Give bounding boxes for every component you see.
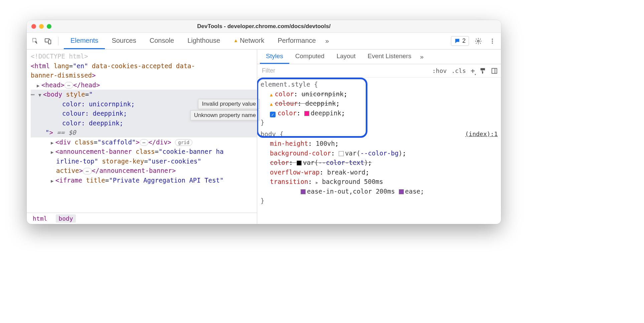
devtools-window: DevTools - developer.chrome.com/docs/dev… (27, 20, 501, 224)
tab-console[interactable]: Console (143, 33, 181, 49)
kebab-menu-icon[interactable] (488, 36, 497, 46)
inspect-element-icon[interactable] (31, 36, 40, 46)
settings-icon[interactable] (474, 36, 483, 46)
styles-panel: Styles Computed Layout Event Listeners »… (257, 49, 501, 224)
selector-body[interactable]: body { (261, 129, 498, 139)
tooltip-invalid-value: Invalid property value (198, 99, 260, 109)
window-titlebar: DevTools - developer.chrome.com/docs/dev… (27, 20, 501, 33)
toolbar-separator (58, 37, 58, 45)
svg-point-3 (477, 40, 479, 42)
dom-announcement-banner-3[interactable]: active>⋯</announcement-banner> (31, 166, 257, 176)
tab-network[interactable]: Network (227, 33, 271, 49)
svg-point-4 (492, 38, 493, 39)
source-link[interactable]: (index):1 (465, 129, 498, 138)
subtab-styles[interactable]: Styles (260, 49, 289, 64)
svg-rect-2 (48, 40, 51, 44)
dom-tree[interactable]: <!DOCTYPE html> <html lang="en" data-coo… (27, 49, 257, 213)
color-swatch-deeppink[interactable] (304, 111, 309, 116)
styles-filterbar: Filter :hov .cls +▾ (257, 64, 501, 78)
paint-icon[interactable] (480, 68, 486, 74)
dom-doctype[interactable]: <!DOCTYPE html> (31, 51, 257, 61)
messages-count: 2 (462, 37, 466, 44)
styles-subtabs: Styles Computed Layout Event Listeners » (257, 49, 501, 64)
dom-html-open-2[interactable]: banner-dismissed> (31, 71, 257, 80)
tab-sources[interactable]: Sources (105, 33, 143, 49)
easing-swatch-icon[interactable] (301, 189, 306, 194)
new-rule-button[interactable]: +▾ (471, 67, 475, 75)
prop-transition-2[interactable]: ease-in-out,color 200ms ease; (261, 187, 498, 196)
subtab-layout[interactable]: Layout (330, 49, 361, 64)
traffic-lights (31, 24, 51, 29)
prop-min-height[interactable]: min-height: 100vh; (261, 139, 498, 148)
dom-announcement-banner-2[interactable]: irline-top" storage-key="user-cookies" (31, 156, 257, 166)
svg-rect-7 (492, 68, 497, 73)
window-title: DevTools - developer.chrome.com/docs/dev… (27, 23, 501, 30)
prop-color-deeppink[interactable]: color: deeppink; (261, 108, 498, 118)
toolbar-right: 2 (451, 36, 497, 46)
color-swatch-empty[interactable] (339, 151, 344, 156)
panel-layout-icon[interactable] (491, 68, 498, 74)
device-toggle-icon[interactable] (43, 36, 53, 46)
prop-overflow-wrap[interactable]: overflow-wrap: break-word; (261, 168, 498, 177)
dom-panel: <!DOCTYPE html> <html lang="en" data-coo… (27, 49, 257, 224)
crumb-body[interactable]: body (56, 214, 75, 223)
styles-body[interactable]: element.style { color: unicornpink; colo… (257, 78, 501, 224)
prop-colour-deeppink[interactable]: colour: deeppink; (261, 99, 498, 108)
tab-lighthouse[interactable]: Lighthouse (181, 33, 227, 49)
dom-html-open[interactable]: <html lang="en" data-cookies-accepted da… (31, 61, 257, 71)
rule-element-style[interactable]: element.style { color: unicornpink; colo… (261, 80, 498, 127)
hov-toggle[interactable]: :hov (432, 67, 447, 74)
panel-tabs: Elements Sources Console Lighthouse Netw… (64, 33, 332, 49)
checkbox-checked-icon[interactable] (270, 112, 276, 117)
dom-announcement-banner[interactable]: ▶<announcement-banner class="cookie-bann… (31, 147, 257, 156)
rule-body[interactable]: (index):1 body { min-height: 100vh; back… (261, 129, 498, 206)
breadcrumbs: html body (27, 213, 257, 224)
warning-icon (270, 90, 275, 98)
prop-background-color[interactable]: background-color: var(--color-bg); (261, 148, 498, 158)
rule-close: } (261, 118, 498, 127)
tooltip-unknown-property: Unknown property name (190, 110, 260, 120)
filter-input[interactable]: Filter (262, 67, 275, 74)
prop-color-unicornpink[interactable]: color: unicornpink; (261, 89, 498, 99)
cls-toggle[interactable]: .cls (451, 67, 466, 74)
tab-elements[interactable]: Elements (64, 33, 105, 49)
prop-color-var[interactable]: color: var(--color-text); (261, 158, 498, 168)
minimize-window-button[interactable] (39, 24, 44, 29)
tab-performance[interactable]: Performance (271, 33, 323, 49)
devtools-toolbar: Elements Sources Console Lighthouse Netw… (27, 33, 501, 49)
dom-div-scaffold[interactable]: ▶<div class="scaffold">⋯</div> grid (31, 137, 257, 147)
color-swatch-black[interactable] (297, 160, 302, 166)
selector-element-style[interactable]: element.style { (261, 80, 498, 89)
warning-icon (270, 100, 275, 107)
subtab-computed[interactable]: Computed (289, 49, 331, 64)
subtab-more[interactable]: » (417, 53, 426, 61)
messages-badge[interactable]: 2 (451, 36, 469, 46)
svg-point-6 (492, 42, 493, 43)
easing-swatch-icon[interactable] (399, 189, 404, 194)
split-pane: <!DOCTYPE html> <html lang="en" data-coo… (27, 49, 501, 224)
dom-head[interactable]: ▶<head>⋯</head> (31, 80, 257, 90)
crumb-html[interactable]: html (30, 214, 50, 223)
svg-point-5 (492, 40, 493, 41)
prop-transition[interactable]: transition: ▶ background 500ms (261, 177, 498, 187)
subtab-event-listeners[interactable]: Event Listeners (361, 49, 417, 64)
close-window-button[interactable] (31, 24, 36, 29)
more-tabs-button[interactable]: » (323, 33, 332, 49)
maximize-window-button[interactable] (47, 24, 51, 29)
rule-close-2: } (261, 196, 498, 206)
dom-iframe[interactable]: ▶<iframe title="Private Aggregation API … (31, 176, 257, 185)
